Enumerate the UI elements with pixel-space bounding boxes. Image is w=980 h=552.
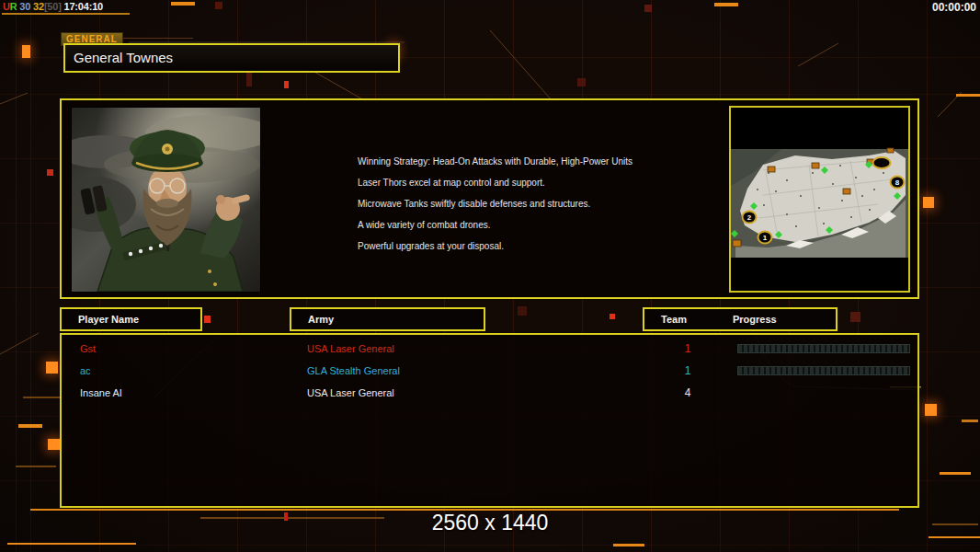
decor-square-dim (215, 2, 222, 9)
decor-dash (613, 544, 644, 546)
player-team: 1 (678, 360, 698, 382)
strategy-line: Powerful upgrades at your disposal. (358, 236, 725, 257)
header-team-progress: Team Progress (643, 307, 838, 331)
resolution-label: 2560 x 1440 (0, 511, 980, 535)
header-army-label: Army (308, 309, 334, 329)
decor-square (22, 45, 30, 58)
table-row: ac GLA Stealth General 1 (62, 360, 917, 382)
loading-screen: UR 30 32[50] 17:04:10 00:00:00 GENERAL G… (0, 0, 980, 552)
hud-underline (2, 13, 130, 15)
decor-dash-dim (23, 397, 60, 398)
player-name: Insane AI (80, 382, 122, 404)
header-progress-label: Progress (733, 309, 777, 329)
player-name: Gst (80, 338, 96, 360)
decor-square-red (204, 316, 211, 323)
header-team-label: Team (661, 309, 687, 329)
game-timer: 00:00:00 (932, 1, 976, 14)
player-progress-bar (737, 344, 910, 353)
header-army: Army (290, 307, 485, 331)
debug-readout: UR 30 32[50] 17:04:10 (3, 1, 103, 12)
player-team: 4 (678, 382, 698, 404)
decor-square (923, 197, 934, 208)
decor-dash (929, 536, 980, 538)
decor-square-dim (518, 306, 527, 316)
player-panel: Gst USA Laser General 1 ac GLA Stealth G… (60, 333, 919, 508)
decor-dash (940, 472, 971, 475)
general-portrait-art (72, 108, 260, 292)
header-player-name: Player Name (60, 307, 202, 331)
player-team: 1 (678, 338, 698, 360)
player-army: USA Laser General (307, 338, 394, 360)
strategy-line: Winning Strategy: Head-On Attacks with D… (358, 151, 725, 172)
debug-u: U (3, 1, 10, 12)
decor-dash (962, 420, 978, 422)
decor-square (48, 439, 60, 450)
player-army: GLA Stealth General (307, 360, 400, 382)
player-progress-bar (737, 366, 910, 375)
decor-square-dim (850, 312, 860, 322)
decor-dash-dim (16, 466, 56, 467)
minimap-marker-1: 1 (758, 231, 773, 245)
player-rows: Gst USA Laser General 1 ac GLA Stealth G… (62, 338, 917, 404)
strategy-text: Winning Strategy: Head-On Attacks with D… (358, 151, 725, 257)
decor-square (925, 404, 937, 416)
player-army: USA Laser General (307, 382, 394, 404)
strategy-line: Microwave Tanks swiftly disable defenses… (358, 193, 725, 214)
debug-clock: 17:04:10 (64, 1, 103, 12)
player-name: ac (80, 360, 91, 382)
minimap: 821 (729, 106, 910, 293)
decor-dash (7, 543, 136, 545)
decor-square-red (284, 512, 288, 521)
minimap-marker-8: 8 (890, 176, 906, 190)
decor-dash (18, 424, 42, 428)
decor-dash (171, 2, 195, 6)
general-title-box: General Townes (63, 43, 400, 73)
decor-square-dim (644, 5, 652, 12)
debug-value: 32 (33, 1, 44, 12)
debug-r: R (10, 1, 17, 12)
strategy-line: A wide variety of combat drones. (358, 214, 725, 236)
table-row: Gst USA Laser General 1 (62, 338, 917, 360)
decor-square-red (284, 81, 289, 88)
strategy-line: Laser Thors excel at map control and sup… (358, 172, 725, 193)
decor-square-red (610, 314, 615, 319)
minimap-marker-2: 2 (742, 211, 758, 224)
header-player-name-label: Player Name (78, 309, 139, 329)
decor-square-red (47, 169, 53, 176)
table-row: Insane AI USA Laser General 4 (62, 382, 917, 404)
general-name: General Townes (65, 45, 398, 71)
decor-dash (956, 94, 980, 97)
decor-dash (714, 3, 738, 6)
debug-fps: 30 (19, 1, 30, 12)
minimap-marker (872, 156, 892, 169)
general-portrait (72, 108, 260, 292)
debug-bracket: [50] (44, 1, 62, 12)
decor-square-dim (577, 78, 586, 86)
decor-square (46, 362, 58, 374)
minimap-markers: 821 (731, 108, 908, 291)
